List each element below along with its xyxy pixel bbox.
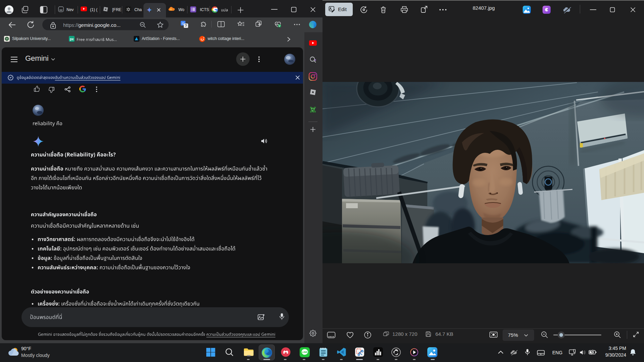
- svg-text:LINE: LINE: [302, 351, 307, 353]
- svg-text:px: px: [70, 37, 74, 41]
